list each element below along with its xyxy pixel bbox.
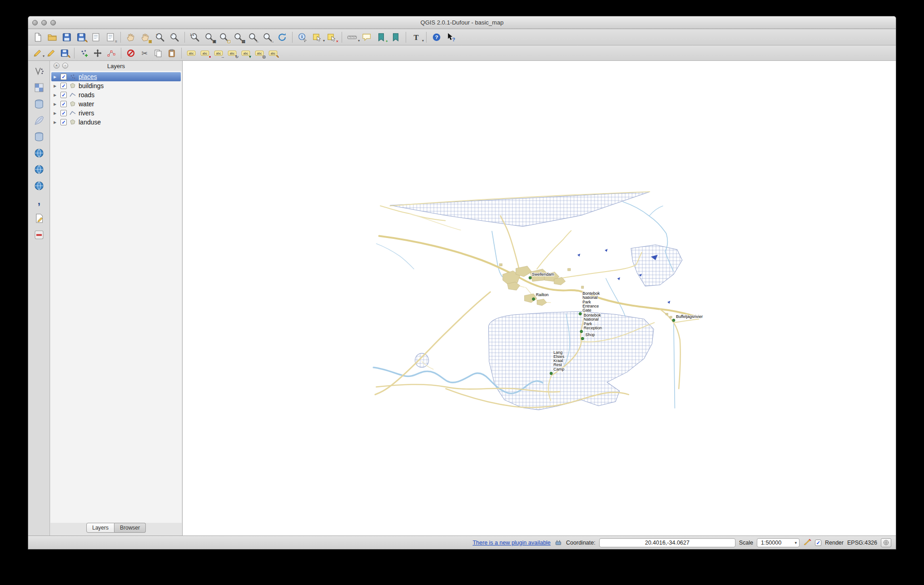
cut-features-button[interactable] [138, 47, 151, 59]
add-delimited-text-layer-button[interactable] [32, 195, 46, 209]
expand-arrow-icon[interactable]: ▶ [54, 111, 58, 115]
add-wfs-layer-button[interactable] [32, 179, 46, 193]
chevron-down-icon[interactable]: ▾ [422, 39, 424, 43]
label-properties-button[interactable]: ✎ [267, 47, 279, 59]
layer-label[interactable]: rivers [79, 109, 94, 117]
layer-label[interactable]: water [79, 100, 94, 108]
whats-this-button[interactable] [444, 30, 458, 44]
zoom-in-button[interactable]: + [153, 30, 167, 44]
show-bookmarks-button[interactable] [389, 30, 402, 44]
layer-label[interactable]: buildings [79, 82, 104, 89]
layer-visibility-checkbox[interactable]: ✓ [60, 110, 67, 116]
zoom-window-button[interactable] [50, 20, 56, 25]
copy-features-button[interactable] [152, 47, 164, 59]
save-project-button[interactable] [60, 30, 74, 44]
new-project-button[interactable] [31, 30, 45, 44]
layer-item-places[interactable]: ▶✓places [51, 72, 181, 81]
refresh-map-button[interactable] [275, 30, 289, 44]
label-selected-button[interactable]: ● [199, 47, 211, 59]
remove-layer-button[interactable] [32, 228, 46, 242]
add-postgis-layer-button[interactable] [32, 97, 46, 111]
add-vector-layer-button[interactable] [32, 64, 46, 78]
pan-to-selection-button[interactable]: ▣ [139, 30, 152, 44]
layer-visibility-checkbox[interactable]: ✓ [60, 83, 67, 89]
layer-visibility-checkbox[interactable]: ✓ [60, 92, 67, 98]
zoom-to-layer-button[interactable]: ▤ [232, 30, 245, 44]
measure-button[interactable]: ▾ [345, 30, 359, 44]
zoom-native-button[interactable]: 1:1 [188, 30, 202, 44]
chevron-down-icon[interactable]: ▾ [795, 540, 797, 545]
labeling-options-button[interactable] [185, 47, 198, 59]
identify-features-button[interactable] [296, 30, 309, 44]
map-canvas[interactable]: SwellendamRailtonBontebokNationalParkEnt… [183, 61, 896, 535]
scale-combobox[interactable]: 1:50000 ▾ [757, 538, 800, 547]
expand-arrow-icon[interactable]: ▶ [54, 120, 58, 124]
layer-item-landuse[interactable]: ▶✓landuse [50, 118, 182, 127]
titlebar[interactable]: QGIS 2.0.1-Dufour - basic_map [28, 16, 896, 29]
expand-arrow-icon[interactable]: ▶ [54, 102, 58, 106]
new-bookmark-button[interactable]: + [374, 30, 388, 44]
help-button[interactable] [430, 30, 443, 44]
label-pin-button[interactable]: ▼ [239, 47, 252, 59]
layer-visibility-checkbox[interactable]: ✓ [60, 119, 67, 125]
lyr-line-icon [69, 109, 76, 117]
composer-manager-button[interactable]: ≡ [104, 30, 117, 44]
layer-label[interactable]: landuse [79, 119, 101, 126]
new-shapefile-layer-button[interactable] [32, 212, 46, 225]
label-rotate-button[interactable]: ↻ [226, 47, 238, 59]
label-move-button[interactable]: ↔ [212, 47, 225, 59]
pan-map-button[interactable] [124, 30, 138, 44]
layer-label[interactable]: roads [79, 91, 94, 99]
layer-item-rivers[interactable]: ▶✓rivers [50, 109, 182, 118]
crs-status-button[interactable] [881, 538, 891, 547]
globe-icon [34, 148, 45, 159]
layer-item-water[interactable]: ▶✓water [50, 99, 182, 109]
panel-float-icon[interactable]: ◦ [62, 63, 68, 69]
layer-visibility-checkbox[interactable]: ✓ [60, 101, 67, 107]
coordinate-input[interactable] [599, 538, 735, 547]
expand-arrow-icon[interactable]: ▶ [54, 84, 58, 88]
add-wcs-layer-button[interactable] [32, 163, 46, 176]
move-feature-button[interactable] [91, 47, 104, 59]
delete-selected-button[interactable] [124, 47, 137, 59]
zoom-next-button[interactable]: → [261, 30, 274, 44]
zoom-full-button[interactable]: ▣ [203, 30, 216, 44]
add-wms-layer-button[interactable] [32, 146, 46, 160]
new-print-composer-button[interactable] [89, 30, 103, 44]
panel-tab-browser[interactable]: Browser [114, 523, 146, 533]
render-checkbox[interactable]: ✓ [815, 540, 821, 546]
digitize-icon [79, 49, 89, 58]
save-layer-edits-button[interactable]: ✎ [58, 47, 71, 59]
expand-arrow-icon[interactable]: ▶ [54, 93, 58, 97]
layer-item-buildings[interactable]: ▶✓buildings [50, 81, 182, 90]
add-feature-button[interactable] [78, 47, 90, 59]
panel-tab-layers[interactable]: Layers [86, 523, 114, 533]
layer-visibility-checkbox[interactable]: ✓ [60, 74, 67, 80]
add-spatialite-layer-button[interactable] [32, 114, 46, 127]
add-raster-layer-button[interactable] [32, 81, 46, 94]
add-mssql-layer-button[interactable] [32, 130, 46, 144]
panel-close-icon[interactable]: × [54, 63, 60, 69]
layer-label[interactable]: places [79, 73, 97, 80]
toggle-editing-button[interactable] [45, 47, 57, 59]
paste-features-button[interactable] [165, 47, 178, 59]
node-tool-button[interactable] [105, 47, 118, 59]
toolbar-separator [342, 32, 342, 43]
zoom-out-button[interactable]: − [168, 30, 181, 44]
open-project-button[interactable] [45, 30, 59, 44]
new-plugin-link[interactable]: There is a new plugin available [472, 540, 551, 546]
zoom-last-button[interactable]: ← [246, 30, 260, 44]
select-features-button[interactable]: ▾ [310, 30, 324, 44]
close-button[interactable] [32, 20, 38, 25]
deselect-features-button[interactable]: × [325, 30, 338, 44]
map-view[interactable]: SwellendamRailtonBontebokNationalParkEnt… [183, 61, 896, 535]
layer-item-roads[interactable]: ▶✓roads [50, 90, 182, 99]
map-tips-button[interactable] [360, 30, 373, 44]
save-project-as-button[interactable]: ✎ [75, 30, 88, 44]
text-annotation-button[interactable]: ▾ [409, 30, 423, 44]
zoom-to-selection-button[interactable]: ▢ [217, 30, 231, 44]
expand-arrow-icon[interactable]: ▶ [54, 75, 58, 79]
label-show-hide-button[interactable]: ◎ [253, 47, 266, 59]
minimize-button[interactable] [41, 20, 47, 25]
current-edits-button[interactable]: ▾ [31, 47, 44, 59]
